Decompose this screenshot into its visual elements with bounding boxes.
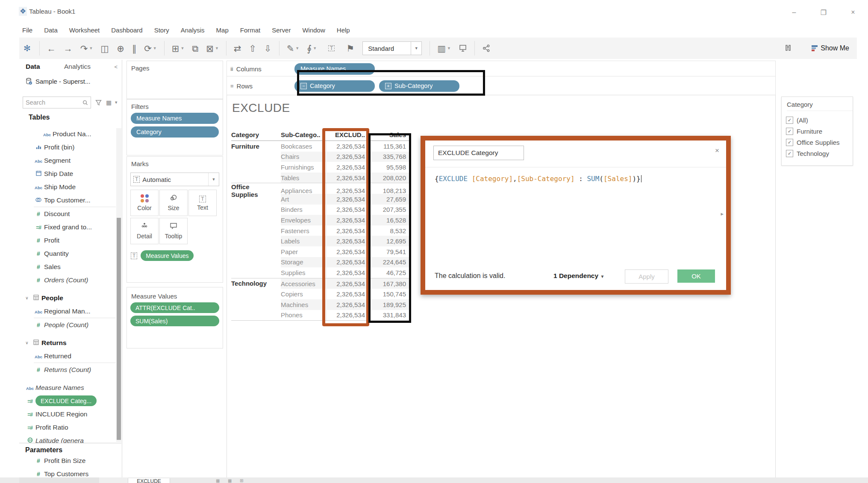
table-row[interactable]: Fasteners2,326,5348,532 xyxy=(231,225,410,236)
menu-item-window[interactable]: Window xyxy=(302,26,325,34)
field-item-top-customer[interactable]: Top Customer... xyxy=(19,193,116,207)
duplicate-sheet-icon[interactable]: ⧉ xyxy=(192,44,198,53)
highlight-icon[interactable]: ✎▼ xyxy=(287,44,300,53)
mark-type-dropdown[interactable]: T Automatic ▼ xyxy=(130,173,219,186)
filter-option-all[interactable]: ✓(All) xyxy=(786,114,853,126)
close-button[interactable]: × xyxy=(847,9,859,16)
sort-ascending-icon[interactable]: ⇧ xyxy=(249,44,256,53)
tab-analytics[interactable]: Analytics xyxy=(64,63,91,70)
field-item-profit-bin[interactable]: Profit (bin) xyxy=(19,141,116,154)
marks-text-button[interactable]: TText xyxy=(188,190,217,216)
menu-item-help[interactable]: Help xyxy=(337,26,350,34)
field-group-returns[interactable]: ∨Returns xyxy=(19,336,116,349)
checkbox-icon[interactable]: ✓ xyxy=(786,117,793,124)
active-sheet-tab[interactable]: EXCLUDE xyxy=(128,478,170,483)
expand-panel-icon[interactable]: ▸ xyxy=(721,211,724,217)
table-row[interactable]: Phones2,326,534331,843 xyxy=(231,310,410,321)
table-row[interactable]: Storage2,326,534224,645 xyxy=(231,257,410,268)
table-row[interactable]: Copiers2,326,534150,745 xyxy=(231,289,410,299)
rows-pill-category[interactable]: −Category xyxy=(294,80,375,92)
field-item-fixed-grand-to[interactable]: =#Fixed grand to... xyxy=(19,220,116,234)
replay-icon[interactable]: ↷▼ xyxy=(80,44,93,53)
menu-item-file[interactable]: File xyxy=(22,26,32,34)
table-row[interactable]: Supplies2,326,53446,725 xyxy=(231,267,410,278)
table-row[interactable]: FurnitureBookcases2,326,534115,361 xyxy=(231,141,410,152)
label-icon[interactable]: T xyxy=(324,45,338,51)
menu-item-map[interactable]: Map xyxy=(216,26,229,34)
field-item-segment[interactable]: AbcSegment xyxy=(19,154,116,167)
new-story-tab-icon[interactable]: ⊞ xyxy=(240,478,243,483)
sort-descending-icon[interactable]: ⇩ xyxy=(264,44,272,53)
rows-pill-sub-category[interactable]: +Sub-Category xyxy=(379,80,459,92)
chevron-down-icon[interactable]: ▼ xyxy=(411,42,421,55)
pause-updates-icon[interactable]: ∥ xyxy=(132,44,137,53)
field-item-profit[interactable]: #Profit xyxy=(19,234,116,247)
filter-pill-measure-names[interactable]: Measure Names xyxy=(131,113,219,124)
field-item-regional-man[interactable]: AbcRegional Man... xyxy=(19,304,116,318)
clear-sheet-icon[interactable]: ⊠▼ xyxy=(206,44,219,53)
columns-pill-measure-names[interactable]: Measure Names xyxy=(294,63,375,75)
menu-item-story[interactable]: Story xyxy=(154,26,169,34)
collapse-pane-icon[interactable]: < xyxy=(114,64,118,70)
menu-item-worksheet[interactable]: Worksheet xyxy=(69,26,100,34)
field-item-exclude-categ[interactable]: =#EXCLUDE Categ... xyxy=(19,394,116,407)
table-row[interactable]: Chairs2,326,534335,768 xyxy=(231,152,410,162)
checkbox-icon[interactable]: ✓ xyxy=(786,128,793,135)
menu-item-dashboard[interactable]: Dashboard xyxy=(111,26,142,34)
table-row[interactable]: Machines2,326,534189,925 xyxy=(231,299,410,310)
marks-color-button[interactable]: Color xyxy=(130,190,159,216)
filters-card[interactable]: Filters Measure NamesCategory xyxy=(127,99,223,155)
tableau-start-icon[interactable]: ✻ xyxy=(24,43,31,53)
marks-detail-button[interactable]: Detail xyxy=(130,218,159,244)
field-item-profit-ratio[interactable]: =#Profit Ratio xyxy=(19,421,116,434)
field-item-sales[interactable]: #Sales xyxy=(19,260,116,273)
checkbox-icon[interactable]: ✓ xyxy=(786,139,793,146)
menu-item-format[interactable]: Format xyxy=(240,26,261,34)
field-item-returns-count[interactable]: #Returns (Count) xyxy=(19,363,116,376)
new-worksheet-tab-icon[interactable]: ▦ xyxy=(216,478,220,483)
fit-dropdown[interactable]: Standard ▼ xyxy=(362,41,422,55)
field-item-quantity[interactable]: #Quantity xyxy=(19,247,116,260)
table-row[interactable]: Furnishings2,326,53495,598 xyxy=(231,162,410,173)
marks-tooltip-button[interactable]: Tooltip xyxy=(159,218,188,244)
sidebar-scrollbar[interactable] xyxy=(116,128,121,442)
measure-values-card[interactable]: Measure Values ATTR(EXCLUDE Cat..SUM(Sal… xyxy=(127,287,223,348)
field-pill[interactable]: EXCLUDE Categ... xyxy=(35,395,97,406)
ok-button[interactable]: OK xyxy=(677,269,715,283)
search-input[interactable]: Search xyxy=(23,97,91,108)
minimize-button[interactable]: – xyxy=(788,9,800,16)
apply-button[interactable]: Apply xyxy=(625,269,668,284)
field-item-include-region[interactable]: =#INCLUDE Region xyxy=(19,407,116,421)
field-item-people-count[interactable]: #People (Count) xyxy=(19,318,116,331)
show-me-button[interactable]: Show Me xyxy=(812,44,849,52)
close-icon[interactable]: × xyxy=(715,146,719,155)
field-item-measure-names[interactable]: AbcMeasure Names xyxy=(19,381,116,394)
checkbox-icon[interactable]: ✓ xyxy=(786,150,793,157)
pin-icon[interactable]: ⚑ xyxy=(346,44,354,53)
columns-shelf[interactable]: iiiColumns Measure Names xyxy=(227,61,776,77)
measure-values-pill[interactable]: SUM(Sales) xyxy=(130,316,219,326)
rows-shelf[interactable]: ≡Rows −Category+Sub-Category xyxy=(227,76,776,96)
field-item-product-na[interactable]: AbcProduct Na... xyxy=(19,127,116,141)
filter-option-office-supplies[interactable]: ✓Office Supplies xyxy=(786,137,853,148)
pages-card[interactable]: Pages xyxy=(127,61,223,99)
table-row[interactable]: Binders2,326,534207,355 xyxy=(231,205,410,215)
text-shelf-pill[interactable]: Measure Values xyxy=(141,250,194,261)
paperclip-icon[interactable]: ∮▼ xyxy=(307,44,317,53)
redo-icon[interactable]: → xyxy=(64,44,73,53)
measure-values-pill[interactable]: ATTR(EXCLUDE Cat.. xyxy=(130,302,219,313)
field-item-orders-count[interactable]: #Orders (Count) xyxy=(19,273,116,287)
new-worksheet-icon[interactable]: ⊞▼ xyxy=(172,44,185,53)
menu-item-analysis[interactable]: Analysis xyxy=(181,26,205,34)
find-icon[interactable] xyxy=(783,44,793,53)
undo-icon[interactable]: ← xyxy=(47,44,56,53)
filter-option-furniture[interactable]: ✓Furniture xyxy=(786,126,853,137)
chevron-down-icon[interactable]: ▼ xyxy=(114,100,118,105)
dependency-dropdown[interactable]: 1 Dependency ▼ xyxy=(553,272,604,280)
parameter-item-profit-bin-size[interactable]: #Profit Bin Size xyxy=(19,454,121,467)
table-row[interactable]: Paper2,326,53479,541 xyxy=(231,246,410,257)
table-row[interactable]: Office SuppliesAppliances2,326,534108,21… xyxy=(231,183,410,194)
refresh-icon[interactable]: ⟳▼ xyxy=(144,44,157,53)
marks-card[interactable]: Marks T Automatic ▼ ColorSizeTTextDetail… xyxy=(127,156,223,283)
filter-fields-icon[interactable] xyxy=(95,100,102,106)
